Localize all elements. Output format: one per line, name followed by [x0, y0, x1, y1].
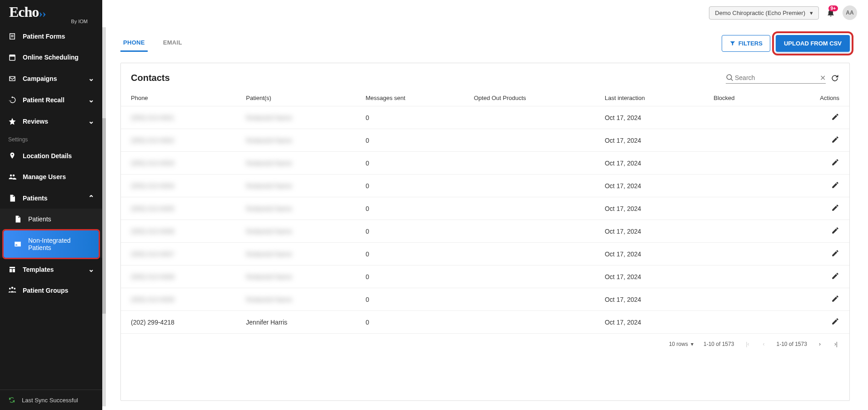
refresh-button[interactable]	[830, 74, 839, 83]
edit-row-button[interactable]	[831, 158, 839, 166]
sidebar-item-online-scheduling[interactable]: Online Scheduling	[0, 47, 102, 68]
users-icon	[8, 173, 16, 181]
sidebar-item-campaigns[interactable]: Campaigns⌄	[0, 68, 102, 89]
dropdown-caret-icon: ▾	[691, 341, 693, 347]
edit-row-button[interactable]	[831, 135, 839, 144]
sidebar-item-location-details[interactable]: Location Details	[0, 145, 102, 166]
search-icon	[726, 74, 734, 82]
sidebar-item-manage-users[interactable]: Manage Users	[0, 166, 102, 187]
last-page-button[interactable]: ›|	[833, 339, 839, 349]
prev-page-button[interactable]: ‹	[761, 339, 766, 349]
notification-badge: 9+	[828, 5, 838, 11]
cell-opted	[464, 197, 595, 220]
group-icon	[8, 286, 16, 295]
table-row: (555) 010-0009Redacted Name0Oct 17, 2024	[121, 288, 849, 311]
sidebar-nav: Patient FormsOnline SchedulingCampaigns⌄…	[0, 26, 102, 390]
tab-phone[interactable]: PHONE	[120, 35, 148, 52]
contacts-table: PhonePatient(s)Messages sentOpted Out Pr…	[121, 90, 849, 333]
cell-blocked	[703, 106, 778, 129]
topbar: Demo Chiropractic (Echo Premier) ▾ 9+ AA	[102, 0, 868, 25]
main-content: Demo Chiropractic (Echo Premier) ▾ 9+ AA…	[102, 0, 868, 410]
cell-patient: Redacted Name	[246, 160, 292, 167]
upload-highlight: UPLOAD FROM CSV	[776, 35, 850, 52]
location-icon	[8, 152, 16, 160]
sidebar-item-patient-recall[interactable]: Patient Recall⌄	[0, 89, 102, 110]
chevron-down-icon: ⌄	[88, 74, 94, 83]
tab-email[interactable]: EMAIL	[160, 35, 185, 52]
panel-title: Contacts	[131, 73, 170, 83]
edit-row-button[interactable]	[831, 317, 839, 325]
sidebar-item-patient-forms[interactable]: Patient Forms	[0, 26, 102, 47]
edit-row-button[interactable]	[831, 295, 839, 303]
cell-blocked	[703, 220, 778, 243]
column-header: Messages sent	[355, 90, 464, 106]
edit-row-button[interactable]	[831, 249, 839, 257]
chevron-down-icon: ⌄	[88, 117, 94, 125]
chevron-up-icon: ⌃	[88, 194, 94, 202]
sidebar-item-patients[interactable]: Patients	[0, 209, 102, 230]
sidebar-item-reviews[interactable]: Reviews⌄	[0, 110, 102, 132]
cell-messages: 0	[355, 175, 464, 197]
cell-messages: 0	[355, 152, 464, 175]
sidebar: Echo›› By IOM Patient FormsOnline Schedu…	[0, 0, 102, 410]
edit-row-button[interactable]	[831, 226, 839, 235]
next-page-button[interactable]: ›	[817, 339, 823, 349]
cell-last: Oct 17, 2024	[595, 106, 704, 129]
cell-patient: Redacted Name	[246, 228, 292, 235]
cell-patient: Redacted Name	[246, 114, 292, 121]
cell-patient: Jennifer Harris	[246, 319, 287, 326]
search-box[interactable]: ✕	[726, 72, 826, 84]
filters-button[interactable]: FILTERS	[722, 35, 770, 52]
cell-blocked	[703, 288, 778, 311]
table-row: (555) 010-0005Redacted Name0Oct 17, 2024	[121, 197, 849, 220]
clear-search-icon[interactable]: ✕	[820, 74, 826, 82]
upload-csv-button[interactable]: UPLOAD FROM CSV	[776, 35, 850, 52]
sidebar-item-patients[interactable]: Patients⌃	[0, 187, 102, 209]
sidebar-section-settings: Settings	[0, 132, 102, 145]
file-icon	[8, 194, 16, 202]
cell-last: Oct 17, 2024	[595, 243, 704, 265]
search-input[interactable]	[734, 73, 820, 82]
sidebar-item-label: Reviews	[23, 118, 48, 125]
cell-blocked	[703, 265, 778, 288]
cell-blocked	[703, 197, 778, 220]
cell-blocked	[703, 175, 778, 197]
table-row: (555) 010-0001Redacted Name0Oct 17, 2024	[121, 106, 849, 129]
edit-row-button[interactable]	[831, 181, 839, 189]
cell-last: Oct 17, 2024	[595, 311, 704, 334]
cell-blocked	[703, 129, 778, 152]
cell-patient: Redacted Name	[246, 273, 292, 280]
sidebar-item-patient-groups[interactable]: Patient Groups	[0, 280, 102, 301]
cell-opted	[464, 311, 595, 334]
tabs-row: PHONE EMAIL FILTERS UPLOAD FROM CSV	[120, 35, 850, 52]
user-avatar[interactable]: AA	[843, 5, 857, 20]
cell-opted	[464, 152, 595, 175]
rows-per-page-selector[interactable]: 10 rows ▾	[669, 341, 693, 347]
sidebar-item-templates[interactable]: Templates⌄	[0, 259, 102, 280]
cell-messages: 0	[355, 265, 464, 288]
sync-status: Last Sync Successful	[0, 390, 102, 410]
cell-phone: (555) 010-0002	[131, 137, 175, 144]
chevron-down-icon: ⌄	[88, 265, 94, 274]
sidebar-item-non-integrated-patients[interactable]: Non-Integrated Patients	[4, 230, 99, 258]
edit-row-button[interactable]	[831, 113, 839, 121]
cell-opted	[464, 265, 595, 288]
cell-messages: 0	[355, 288, 464, 311]
cell-last: Oct 17, 2024	[595, 288, 704, 311]
sidebar-scrollbar[interactable]	[102, 27, 106, 406]
edit-row-button[interactable]	[831, 204, 839, 212]
edit-row-button[interactable]	[831, 272, 839, 280]
cell-last: Oct 17, 2024	[595, 220, 704, 243]
cell-patient: Redacted Name	[246, 250, 292, 258]
filter-icon	[729, 40, 736, 46]
column-header: Opted Out Products	[464, 90, 595, 106]
history-icon	[8, 96, 16, 104]
first-page-button[interactable]: |‹	[744, 339, 751, 349]
file-icon	[14, 215, 22, 223]
cell-blocked	[703, 311, 778, 334]
practice-picker[interactable]: Demo Chiropractic (Echo Premier) ▾	[709, 6, 819, 20]
dropdown-caret-icon: ▾	[810, 10, 813, 16]
cell-patient: Redacted Name	[246, 137, 292, 144]
cell-phone: (555) 010-0003	[131, 160, 175, 167]
notifications-button[interactable]: 9+	[826, 8, 835, 17]
